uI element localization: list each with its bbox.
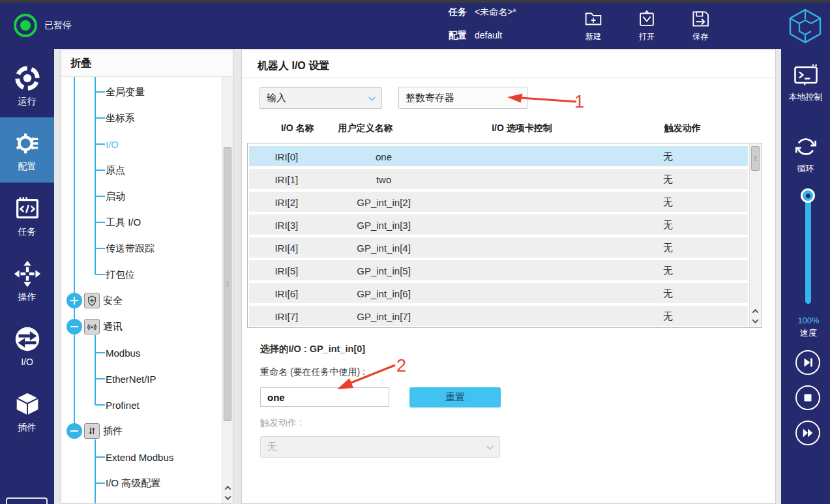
tree-item-label: I/O (106, 139, 119, 150)
speed-slider-handle[interactable] (801, 188, 815, 203)
sidebar-bottom-button[interactable] (6, 497, 48, 504)
tree-item[interactable]: 传送带跟踪 (61, 235, 218, 261)
cell-io-name: IRI[7] (274, 310, 298, 321)
tree-scrollbar-thumb[interactable] (224, 147, 231, 421)
speed-slider-track[interactable] (805, 196, 811, 304)
tree-item[interactable]: 打包位 (61, 261, 218, 288)
nav-item-config[interactable]: 配置 (0, 117, 54, 183)
tree-collapse-header[interactable]: 折叠 (61, 50, 233, 77)
table-row[interactable]: IRI[2]GP_int_in[2]无 (249, 192, 748, 212)
tree-item-label: 通讯 (103, 321, 123, 333)
table-row[interactable]: IRI[7]GP_int_in[7]无 (249, 306, 748, 326)
tree-scrollbar[interactable] (222, 77, 233, 503)
cell-user-name: one (376, 151, 392, 162)
tree-item[interactable]: 原点 (61, 157, 218, 183)
skip-next-icon (801, 355, 815, 370)
tree-branch-line (95, 222, 105, 223)
reset-button-label: 重置 (445, 391, 465, 404)
new-button[interactable]: 新建 (574, 8, 613, 47)
tree-item[interactable]: 启动 (61, 183, 218, 209)
stop-icon (801, 391, 815, 405)
tree-branch-line (95, 170, 105, 171)
task-icon (12, 194, 42, 224)
tree-item-label: 插件 (103, 425, 123, 437)
io-type-dropdown[interactable]: 输入 (259, 87, 382, 109)
register-type-dropdown[interactable]: 整数寄存器 (398, 87, 527, 109)
tree-branch-line (95, 196, 105, 197)
nav-item-run[interactable]: 运行 (0, 52, 54, 117)
tree-item[interactable]: I/O (61, 131, 218, 157)
table-row[interactable]: IRI[0]one无 (249, 146, 748, 166)
fast-forward-button[interactable] (795, 421, 820, 445)
reset-button[interactable]: 重置 (409, 387, 501, 408)
loop-button[interactable]: 循环 (781, 132, 830, 175)
loop-label: 循环 (797, 163, 814, 175)
col-header-user-name: 用户定义名称 (338, 123, 393, 134)
table-scrollbar[interactable] (749, 144, 761, 327)
tree-item[interactable]: I/O 高级配置 (61, 470, 218, 496)
io-table-header: I/O 名称 用户定义名称 I/O 选项卡控制 触发动作 (247, 117, 750, 140)
io-table: IRI[0]one无IRI[1]two无IRI[2]GP_int_in[2]无I… (247, 143, 762, 328)
tree-scroll-down-button[interactable] (222, 493, 233, 503)
cell-user-name: GP_int_in[4] (357, 242, 411, 253)
selected-io-text: 选择的I/O : GP_int_in[0] (260, 343, 365, 355)
window-top-strip (0, 0, 830, 3)
tree-item[interactable]: Modbus (61, 340, 218, 366)
tree-item[interactable]: 通讯 (61, 314, 218, 340)
right-nav-rail: 本地控制 循环 100% 速度 (781, 49, 830, 504)
save-button[interactable]: 保存 (681, 8, 720, 47)
cell-trigger-action: 无 (663, 173, 673, 185)
robot-io-settings-panel: 机器人 I/O 设置 输入 整数寄存器 I/O 名称 用户定义名称 I/O 选项… (241, 49, 776, 504)
chevron-down-icon (486, 443, 494, 450)
tree-toggle-minus-icon[interactable] (67, 319, 82, 334)
cell-user-name: GP_int_in[5] (357, 265, 411, 276)
tree-branch-line (95, 91, 105, 93)
step-button[interactable] (795, 350, 820, 375)
tree-toggle-plus-icon[interactable] (67, 293, 82, 308)
table-row[interactable]: IRI[6]GP_int_in[6]无 (249, 283, 748, 303)
tree-item[interactable]: Extend Modbus (61, 444, 218, 470)
tree-branch-line (95, 456, 105, 458)
speed-label: 速度 (781, 327, 830, 339)
rename-input[interactable]: one (260, 387, 389, 407)
tree-item[interactable]: 安全 (61, 288, 218, 314)
tree-item-label: 坐标系 (106, 112, 135, 125)
sliders-icon (84, 423, 100, 439)
table-scrollbar-thumb[interactable] (751, 146, 760, 171)
trigger-action-dropdown[interactable]: 无 (260, 436, 500, 458)
cell-user-name: GP_int_in[2] (357, 196, 411, 207)
tree-toggle-minus-icon[interactable] (67, 423, 82, 439)
tree-item[interactable]: Profinet (61, 392, 218, 418)
new-button-label: 新建 (585, 31, 601, 42)
io-icon (12, 324, 42, 354)
tree-item[interactable]: EtherNet/IP (61, 366, 218, 392)
cell-io-name: IRI[5] (274, 265, 298, 276)
top-bar: 已暂停 任务<未命名>* 配置default 新建 打开 保存 (0, 3, 830, 49)
tree-item-label: 安全 (103, 295, 123, 307)
tree-item-label: EtherNet/IP (106, 374, 156, 385)
tree-branch-line (95, 352, 105, 353)
tree-item[interactable]: 工具 I/O (61, 209, 218, 235)
nav-item-plugin[interactable]: 插件 (0, 378, 54, 443)
table-row[interactable]: IRI[4]GP_int_in[4]无 (249, 237, 748, 258)
status-indicator-icon (14, 14, 37, 37)
table-row[interactable]: IRI[1]two无 (249, 169, 748, 189)
table-scroll-up-button[interactable] (750, 306, 761, 316)
fast-forward-icon (801, 426, 815, 440)
tree-item[interactable]: 全局变量 (61, 79, 218, 105)
local-control-button[interactable]: 本地控制 (781, 61, 830, 103)
nav-item-jog[interactable]: 操作 (0, 248, 54, 313)
table-row[interactable]: IRI[5]GP_int_in[5]无 (249, 260, 748, 280)
table-scroll-down-button[interactable] (750, 316, 761, 326)
tree-item[interactable]: 插件 (61, 418, 218, 444)
nav-item-task[interactable]: 任务 (0, 183, 54, 248)
nav-item-io[interactable]: I/O (0, 313, 54, 378)
tree-scroll-up-button[interactable] (222, 483, 233, 493)
open-button[interactable]: 打开 (627, 8, 666, 47)
app-window: 已暂停 任务<未命名>* 配置default 新建 打开 保存 (0, 0, 830, 504)
tree-branch-line (95, 404, 105, 406)
table-row[interactable]: IRI[3]GP_int_in[3]无 (249, 215, 748, 235)
tree-item[interactable]: 坐标系 (61, 105, 218, 131)
stop-button[interactable] (795, 385, 820, 410)
cell-io-name: IRI[3] (274, 219, 298, 230)
